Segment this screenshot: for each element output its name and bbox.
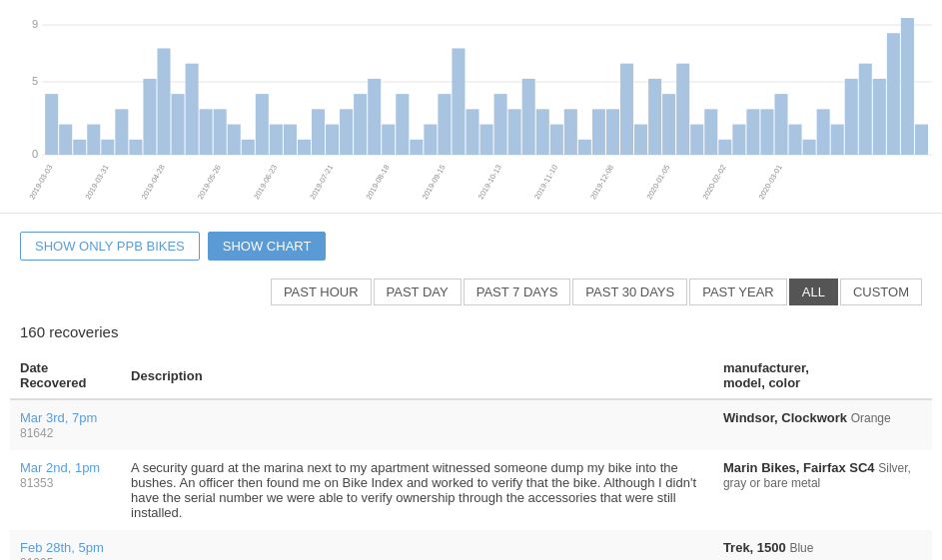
cell-description: A security guard at the marina next to m… xyxy=(121,450,713,530)
th-description: Description xyxy=(121,352,713,399)
th-date: Date Recovered xyxy=(10,352,121,399)
chart-container: 9 5 0 2019-03-032019-03-312019-04-282019… xyxy=(0,0,942,214)
svg-rect-8 xyxy=(59,125,72,155)
cell-manufacturer: Trek, 1500 Blue xyxy=(713,530,932,560)
table-header-row: Date Recovered Description manufacturer,… xyxy=(10,352,932,399)
svg-rect-39 xyxy=(410,140,423,155)
time-filter-all[interactable]: ALL xyxy=(789,279,838,305)
th-manufacturer: manufacturer, model, color xyxy=(713,352,932,399)
color-name: Blue xyxy=(789,541,813,555)
color-name: Orange xyxy=(851,411,891,425)
cell-manufacturer: Windsor, Clockwork Orange xyxy=(713,399,932,450)
svg-rect-15 xyxy=(143,79,156,155)
svg-text:2019-05-26: 2019-05-26 xyxy=(196,164,223,202)
bar-chart: 9 5 0 2019-03-032019-03-312019-04-282019… xyxy=(10,10,932,210)
svg-text:2019-11-10: 2019-11-10 xyxy=(532,164,559,202)
record-id: 81095 xyxy=(20,556,53,560)
date-link[interactable]: Mar 3rd, 7pm xyxy=(20,410,111,425)
svg-text:2019-06-23: 2019-06-23 xyxy=(252,164,279,202)
svg-rect-43 xyxy=(452,48,465,155)
svg-text:0: 0 xyxy=(32,148,38,160)
svg-rect-74 xyxy=(803,140,816,155)
svg-rect-34 xyxy=(354,94,367,155)
time-filter-past-day[interactable]: PAST DAY xyxy=(374,279,462,305)
svg-rect-50 xyxy=(536,109,549,155)
svg-rect-69 xyxy=(746,109,759,155)
svg-rect-6 xyxy=(45,94,58,155)
svg-text:2019-10-13: 2019-10-13 xyxy=(476,164,503,202)
cell-date: Mar 2nd, 1pm 81353 xyxy=(10,450,121,530)
manufacturer-name: Marin Bikes, Fairfax SC4 xyxy=(723,460,875,475)
svg-rect-23 xyxy=(228,125,241,155)
svg-rect-48 xyxy=(508,109,521,155)
svg-rect-70 xyxy=(760,109,773,155)
svg-rect-25 xyxy=(256,94,269,155)
svg-text:2020-02-02: 2020-02-02 xyxy=(701,164,728,202)
svg-rect-79 xyxy=(873,79,886,155)
svg-rect-65 xyxy=(704,109,717,155)
table-row: Mar 3rd, 7pm 81642Windsor, Clockwork Ora… xyxy=(10,399,932,450)
svg-rect-60 xyxy=(648,79,661,155)
date-link[interactable]: Mar 2nd, 1pm xyxy=(20,460,111,475)
svg-rect-66 xyxy=(718,140,731,155)
svg-rect-78 xyxy=(859,64,872,155)
svg-rect-26 xyxy=(270,125,283,155)
svg-rect-75 xyxy=(817,109,830,155)
cell-description xyxy=(121,530,713,560)
manufacturer-name: Trek, 1500 xyxy=(723,540,786,555)
time-filter-past-year[interactable]: PAST YEAR xyxy=(689,279,787,305)
table-row: Feb 28th, 5pm 81095Trek, 1500 Blue xyxy=(10,530,932,560)
svg-rect-38 xyxy=(396,94,409,155)
svg-rect-14 xyxy=(129,140,142,155)
svg-text:2019-07-21: 2019-07-21 xyxy=(308,164,335,202)
svg-rect-49 xyxy=(522,79,535,155)
svg-text:2019-09-15: 2019-09-15 xyxy=(421,164,448,202)
svg-text:2020-01-05: 2020-01-05 xyxy=(644,164,671,202)
time-filter-past-7-days[interactable]: PAST 7 DAYS xyxy=(464,279,571,305)
svg-text:2019-08-18: 2019-08-18 xyxy=(364,164,391,202)
svg-text:2020-03-01: 2020-03-01 xyxy=(757,164,784,202)
svg-rect-45 xyxy=(480,125,493,155)
svg-text:2019-03-31: 2019-03-31 xyxy=(84,164,111,202)
cell-date: Mar 3rd, 7pm 81642 xyxy=(10,399,121,450)
record-id: 81353 xyxy=(20,476,53,490)
svg-rect-61 xyxy=(662,94,675,155)
svg-rect-51 xyxy=(550,125,563,155)
svg-text:5: 5 xyxy=(32,75,38,87)
svg-rect-11 xyxy=(101,140,114,155)
svg-rect-19 xyxy=(186,64,199,155)
svg-rect-16 xyxy=(157,48,170,155)
svg-rect-81 xyxy=(901,18,914,155)
svg-rect-33 xyxy=(340,109,353,155)
show-ppb-button[interactable]: SHOW ONLY PPB BIKES xyxy=(20,232,200,261)
svg-rect-31 xyxy=(326,125,339,155)
svg-rect-44 xyxy=(466,109,478,155)
svg-rect-46 xyxy=(494,94,507,155)
time-filter-past-30-days[interactable]: PAST 30 DAYS xyxy=(572,279,687,305)
time-filter-custom[interactable]: CUSTOM xyxy=(840,279,922,305)
svg-rect-41 xyxy=(438,94,451,155)
svg-rect-21 xyxy=(214,109,227,155)
svg-rect-29 xyxy=(298,140,311,155)
svg-rect-73 xyxy=(789,125,802,155)
table-row: Mar 2nd, 1pm 81353A security guard at th… xyxy=(10,450,932,530)
cell-date: Feb 28th, 5pm 81095 xyxy=(10,530,121,560)
svg-rect-68 xyxy=(732,125,745,155)
svg-rect-20 xyxy=(200,109,213,155)
cell-manufacturer: Marin Bikes, Fairfax SC4 Silver, gray or… xyxy=(713,450,932,530)
time-filter-past-hour[interactable]: PAST HOUR xyxy=(271,279,372,305)
svg-rect-54 xyxy=(578,140,591,155)
svg-rect-56 xyxy=(606,109,619,155)
svg-rect-82 xyxy=(915,125,928,155)
svg-rect-10 xyxy=(87,125,100,155)
svg-rect-77 xyxy=(845,79,858,155)
manufacturer-name: Windsor, Clockwork xyxy=(723,410,847,425)
svg-rect-13 xyxy=(115,109,128,155)
svg-rect-9 xyxy=(73,140,86,155)
svg-rect-80 xyxy=(887,33,900,155)
date-link[interactable]: Feb 28th, 5pm xyxy=(20,540,111,555)
svg-rect-59 xyxy=(634,125,647,155)
show-chart-button[interactable]: SHOW CHART xyxy=(208,232,327,261)
time-filters: PAST HOURPAST DAYPAST 7 DAYSPAST 30 DAYS… xyxy=(0,279,942,315)
svg-rect-58 xyxy=(620,64,633,155)
